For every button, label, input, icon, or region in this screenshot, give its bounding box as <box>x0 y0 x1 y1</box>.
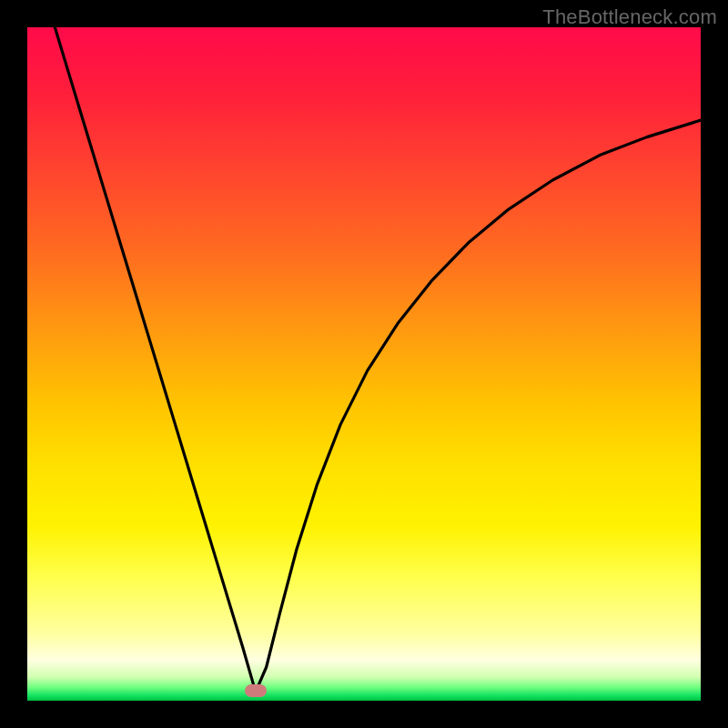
outer-frame: TheBottleneck.com <box>0 0 728 728</box>
plot-area <box>27 27 701 701</box>
minimum-marker <box>245 684 267 697</box>
watermark-text: TheBottleneck.com <box>542 5 717 29</box>
bottleneck-curve <box>27 27 701 701</box>
